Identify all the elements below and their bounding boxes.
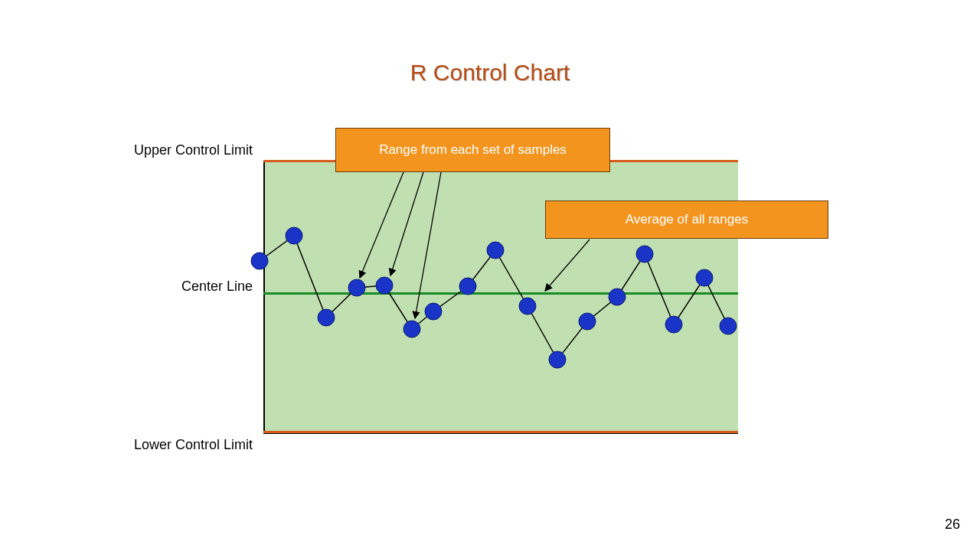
lcl-line: [263, 431, 738, 433]
center-line: [263, 292, 738, 295]
slide: R Control Chart Upper Control Limit Cent…: [0, 0, 980, 551]
chart-title: R Control Chart: [0, 60, 980, 86]
center-line-label: Center Line: [115, 279, 253, 295]
callout-average: Average of all ranges: [545, 201, 828, 239]
lcl-label: Lower Control Limit: [115, 437, 253, 453]
page-number: 26: [945, 517, 960, 533]
ucl-label: Upper Control Limit: [115, 142, 253, 158]
callout-range: Range from each set of samples: [335, 128, 610, 172]
